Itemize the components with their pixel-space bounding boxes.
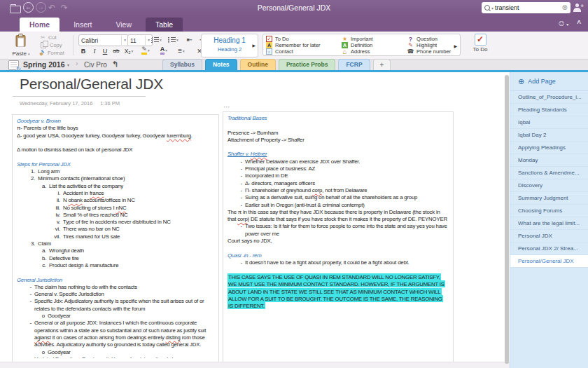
- strikethrough-button[interactable]: ab: [111, 46, 121, 56]
- note-line: 1.Long arm: [17, 168, 214, 175]
- back-icon[interactable]: ←: [23, 2, 34, 13]
- todo-tag-button[interactable]: ✓ To Do: [467, 33, 493, 57]
- page-list-item[interactable]: Choosing Forums: [510, 205, 588, 217]
- section-tab-outline[interactable]: Outline: [240, 59, 276, 70]
- page-list-item[interactable]: Iqbal Day 2: [510, 129, 588, 142]
- decrease-indent-button[interactable]: ⇤: [185, 34, 195, 45]
- note-line: -Updated Exceptions Due to partial harm …: [17, 356, 214, 359]
- note-line: -Δ- directors, managers officers: [227, 180, 448, 187]
- page-list-item[interactable]: Summary Judgment: [510, 192, 588, 205]
- section-group-label[interactable]: Civ Pro: [84, 61, 107, 69]
- numbering-button[interactable]: ▾: [168, 34, 178, 45]
- misspelled-word: Heitner: [251, 151, 267, 157]
- ribbon-tab-insert[interactable]: Insert: [64, 18, 102, 32]
- add-page-button[interactable]: ⊕ Add Page: [510, 72, 588, 91]
- paste-button[interactable]: Paste ▾: [6, 33, 36, 57]
- italic-button[interactable]: I: [90, 46, 99, 56]
- note-container-handle-icon[interactable]: ⋯: [223, 103, 231, 111]
- tags-flyout-icon[interactable]: ▶: [454, 43, 457, 48]
- clear-search-icon[interactable]: ⊗: [562, 4, 568, 11]
- page-canvas[interactable]: Personal/General JDX Wednesday, February…: [0, 72, 588, 368]
- share-person-add-icon[interactable]: +: [573, 4, 582, 12]
- copy-button[interactable]: Copy: [39, 41, 64, 49]
- note-line: -Earlier suit in Oregon (anti-trust & cr…: [227, 202, 448, 209]
- text-highlight-button[interactable]: ✎▾: [141, 45, 150, 55]
- tag-contact[interactable]: Contact: [266, 48, 337, 55]
- tag-to-do[interactable]: To Do: [266, 36, 337, 42]
- undo-icon[interactable]: ↶: [48, 2, 55, 13]
- tag-question[interactable]: Question: [407, 36, 459, 42]
- note-line: a.Wrongful death: [17, 247, 214, 254]
- page-list-item[interactable]: Applying Pleadings: [510, 142, 588, 154]
- section-tab-notes[interactable]: Notes: [205, 59, 237, 70]
- section-group-up-icon[interactable]: ↰: [112, 60, 118, 69]
- page-title[interactable]: Personal/General JDX: [20, 76, 163, 93]
- page-list-item[interactable]: Personal/General JDX: [510, 255, 588, 268]
- tag-address[interactable]: Address: [342, 48, 403, 55]
- styles-flyout-icon[interactable]: ▶: [252, 43, 255, 48]
- style-heading1[interactable]: Heading 1: [202, 36, 258, 44]
- subscript-button[interactable]: X₂▾: [124, 46, 134, 56]
- styles-gallery[interactable]: Heading 1 Heading 2 ▶: [201, 34, 258, 57]
- horizontal-scrollbar[interactable]: [0, 362, 510, 368]
- bullets-button[interactable]: ▾: [151, 34, 162, 45]
- note-line: -Two issues: Is it fair for them to forc…: [227, 223, 448, 238]
- page-list-item[interactable]: Monday: [510, 154, 588, 167]
- page-list-item[interactable]: Outline_of_Procedure_i...: [510, 91, 588, 104]
- search-icon: [484, 5, 490, 11]
- font-color-button[interactable]: A▾: [159, 45, 169, 55]
- bullet-list-icon: [151, 36, 159, 43]
- page-list-item[interactable]: Personal JDX: [510, 230, 588, 243]
- note-line: i.Accident in france: [17, 190, 214, 197]
- note-line: -Specific Jdx: Adjudicatory authority is…: [17, 298, 214, 313]
- tag-label: To Do: [275, 36, 289, 42]
- notebook-bar: Spring 2016 ▾ › Civ Pro ↰ SyllabusNotesO…: [0, 60, 588, 70]
- section-tab-practice-probs[interactable]: Practice Probs: [279, 59, 336, 70]
- section-tab-fcrp[interactable]: FCRP: [338, 59, 370, 70]
- page-list-item[interactable]: Personal JDX 2/ Strea...: [510, 243, 588, 255]
- paragraph-align-button[interactable]: ≡▾: [176, 46, 186, 56]
- bold-button[interactable]: B: [78, 46, 88, 56]
- tag-phone-number[interactable]: Phone number: [407, 48, 459, 55]
- ribbon-tab-table[interactable]: Table: [146, 18, 183, 32]
- vertical-scrollbar[interactable]: [505, 75, 509, 364]
- tag-highlight[interactable]: Highlight: [407, 42, 459, 48]
- tag-important[interactable]: Important: [342, 36, 403, 42]
- ribbon-tab-view[interactable]: View: [106, 18, 141, 32]
- tag-definition[interactable]: Definition: [342, 42, 403, 48]
- search-scope-caret-icon[interactable]: ▾: [491, 6, 493, 11]
- page-list-item[interactable]: Discovery: [510, 179, 588, 192]
- ribbon-tab-row: HomeInsertViewTable ☺▾ ^: [0, 15, 588, 32]
- section-tab-syllabus[interactable]: Syllabus: [162, 59, 202, 70]
- font-name-select[interactable]: Calibri▾: [78, 34, 129, 46]
- highlighter-icon: ✎: [141, 46, 147, 55]
- note-line: ii.N obank accounts/offices in NC: [17, 197, 214, 204]
- collapse-ribbon-icon[interactable]: ^: [577, 20, 581, 27]
- redo-icon[interactable]: ↷: [61, 2, 68, 13]
- underline-button[interactable]: U: [100, 46, 110, 56]
- forward-icon[interactable]: →: [36, 2, 46, 13]
- style-heading2[interactable]: Heading 2: [202, 46, 258, 53]
- note-container-left[interactable]: Goodyear v. Brownπ- Parents of the littl…: [12, 114, 219, 362]
- note-line: -Π- shareholder of greyhound corp, not f…: [227, 187, 448, 194]
- open-notebook-icon[interactable]: [10, 6, 21, 13]
- search-input[interactable]: ▾ transient ⊗: [482, 2, 570, 13]
- notebook-switcher[interactable]: Spring 2016: [23, 60, 65, 69]
- note-container-right[interactable]: Traditional BasesPresence -> BurnhamAtta…: [223, 111, 454, 362]
- feedback-smiley-icon[interactable]: ☺▾: [557, 18, 568, 28]
- page-list-item[interactable]: Sanctions & Amendme...: [510, 167, 588, 179]
- format-painter-button[interactable]: Format: [39, 49, 64, 57]
- note-line: -It doesn’t have to be a fight about pro…: [227, 259, 448, 266]
- page-list-item[interactable]: What are the legal limit...: [510, 217, 588, 230]
- note-line: [227, 245, 448, 252]
- add-section-button[interactable]: +: [373, 59, 391, 70]
- tag-remember-for-later[interactable]: Remember for later: [266, 42, 337, 48]
- tag-label: Phone number: [416, 48, 451, 55]
- search-value[interactable]: transient: [495, 4, 561, 11]
- note-line: b.Defective tire: [17, 255, 214, 262]
- todo-checkbox-icon: [266, 36, 272, 42]
- ribbon-tab-home[interactable]: Home: [20, 18, 59, 32]
- note-line: [17, 154, 214, 161]
- page-list-item[interactable]: Pleading Standards: [510, 104, 588, 116]
- page-list-item[interactable]: Iqbal: [510, 116, 588, 129]
